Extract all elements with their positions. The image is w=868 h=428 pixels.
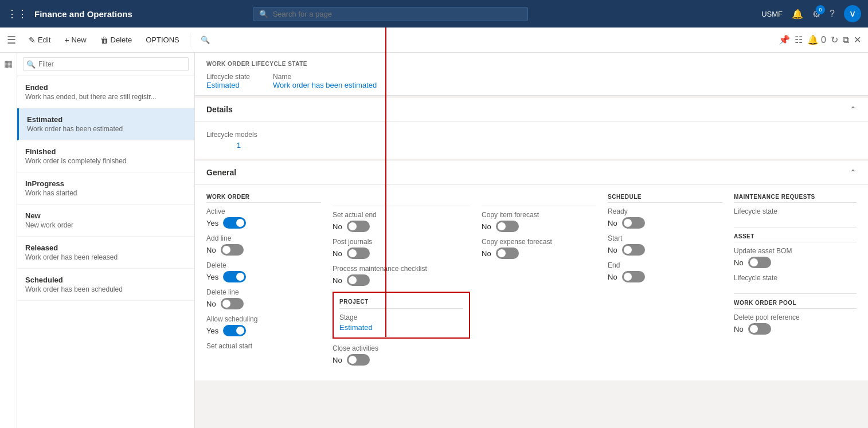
- left-panel-list: 🔍 Ended Work has ended, but there are st…: [17, 53, 195, 428]
- schedule-ready-toggle[interactable]: [622, 217, 645, 229]
- close-activities-field: Close activities No: [333, 344, 470, 366]
- maintenance-column: MAINTENANCE REQUESTS Lifecycle state ASS…: [734, 194, 857, 371]
- toolbar-badge: 0: [821, 35, 826, 45]
- filter-search-icon: 🔍: [26, 60, 36, 69]
- post-journals-toggle[interactable]: [347, 248, 370, 259]
- chevron-up-icon-general: ⌃: [850, 168, 857, 177]
- process-maintenance-toggle[interactable]: [347, 274, 370, 286]
- set-actual-start-field: Set actual start: [206, 342, 321, 350]
- list-item-scheduled[interactable]: Scheduled Work order has been scheduled: [17, 269, 194, 301]
- lifecycle-state-field: Lifecycle state Estimated: [206, 73, 250, 89]
- middle-column: Set actual end No Post journals No: [333, 194, 470, 371]
- pin-icon[interactable]: 📌: [779, 34, 790, 45]
- copy-expense-forecast-toggle[interactable]: [496, 248, 519, 259]
- chevron-up-icon: ⌃: [850, 105, 857, 114]
- allow-scheduling-toggle[interactable]: [223, 325, 246, 336]
- list-item-estimated[interactable]: Estimated Work order has been estimated: [17, 108, 194, 140]
- hamburger-icon[interactable]: ☰: [7, 34, 16, 46]
- delete-field: Delete Yes: [206, 261, 321, 282]
- search-button-toolbar[interactable]: 🔍: [195, 33, 216, 46]
- name-field: Name Work order has been estimated: [273, 73, 377, 89]
- right-panel: WORK ORDER LIFECYCLE STATE Lifecycle sta…: [195, 53, 868, 428]
- options-button[interactable]: OPTIONS: [140, 33, 185, 46]
- global-search-bar[interactable]: 🔍: [253, 7, 528, 21]
- schedule-ready-field: Ready No: [608, 207, 722, 229]
- edit-button[interactable]: ✎ Edit: [23, 33, 56, 47]
- search-icon: 🔍: [259, 10, 268, 18]
- details-section-header[interactable]: Details ⌃: [195, 98, 868, 121]
- allow-scheduling-field: Allow scheduling Yes: [206, 315, 321, 336]
- delete-button[interactable]: 🗑 Delete: [95, 33, 138, 47]
- asset-lifecycle-field: Lifecycle state: [734, 274, 857, 294]
- search-input[interactable]: [273, 10, 522, 18]
- schedule-end-toggle[interactable]: [622, 271, 645, 282]
- copy-column: Copy item forecast No Copy expense forec…: [482, 194, 596, 371]
- copy-item-forecast-field: Copy item forecast No: [482, 211, 596, 232]
- list-item-new[interactable]: New New work order: [17, 205, 194, 237]
- active-field: Active Yes: [206, 207, 321, 229]
- office-apps-icon[interactable]: ⚙ 0: [812, 9, 820, 19]
- toolbar-separator: [190, 33, 190, 47]
- work-order-column: WORK ORDER Active Yes Add line No: [206, 194, 321, 371]
- delete-line-field: Delete line No: [206, 288, 321, 309]
- add-line-toggle[interactable]: [221, 244, 244, 256]
- general-section-content: WORK ORDER Active Yes Add line No: [195, 184, 868, 380]
- filter-icon[interactable]: ▦: [4, 58, 13, 69]
- copy-expense-forecast-field: Copy expense forecast No: [482, 238, 596, 259]
- list-item-finished[interactable]: Finished Work order is completely finish…: [17, 140, 194, 172]
- record-section-label: WORK ORDER LIFECYCLE STATE: [206, 61, 857, 67]
- filter-input-wrap: 🔍: [17, 53, 194, 76]
- schedule-start-toggle[interactable]: [622, 244, 645, 256]
- delete-line-toggle[interactable]: [221, 298, 244, 309]
- set-actual-end-toggle[interactable]: [347, 221, 370, 232]
- filter-input[interactable]: [23, 57, 189, 71]
- toolbar-right-icons: 📌 ☷ 🔔 0 ↻ ⧉ ✕: [779, 34, 861, 45]
- main-layout: ▦ 🔍 Ended Work has ended, but there are …: [0, 53, 868, 428]
- close-activities-toggle[interactable]: [347, 354, 370, 366]
- details-section: Details ⌃ Lifecycle models 1: [195, 98, 868, 159]
- general-section-header[interactable]: General ⌃: [195, 161, 868, 184]
- post-journals-field: Post journals No: [333, 238, 470, 259]
- delete-pool-ref-field: Delete pool reference No: [734, 313, 857, 335]
- top-nav-right-icons: USMF 🔔 ⚙ 0 ? V: [761, 5, 861, 22]
- general-section: General ⌃ WORK ORDER Active Yes: [195, 161, 868, 380]
- filter-sidebar: ▦: [0, 53, 17, 428]
- notifications-toolbar-icon[interactable]: 🔔 0: [807, 34, 826, 45]
- help-icon[interactable]: ?: [830, 9, 835, 19]
- grid-menu-icon[interactable]: ⋮⋮: [7, 7, 28, 20]
- record-fields-row: Lifecycle state Estimated Name Work orde…: [206, 73, 857, 89]
- delete-toggle[interactable]: [223, 271, 246, 282]
- schedule-column: SCHEDULE Ready No Start No: [608, 194, 722, 371]
- active-toggle[interactable]: [223, 217, 246, 229]
- maintenance-lifecycle-field: Lifecycle state: [734, 207, 857, 227]
- notification-badge: 0: [816, 5, 825, 14]
- project-box: PROJECT Stage Estimated: [333, 292, 470, 339]
- delete-pool-ref-toggle[interactable]: [748, 323, 771, 335]
- close-icon[interactable]: ✕: [854, 34, 861, 45]
- search-icon-toolbar: 🔍: [201, 36, 210, 44]
- office-integration-icon[interactable]: ☷: [795, 34, 803, 45]
- bell-icon[interactable]: 🔔: [792, 9, 803, 19]
- company-selector[interactable]: USMF: [761, 10, 783, 18]
- app-title: Finance and Operations: [34, 9, 132, 19]
- schedule-start-field: Start No: [608, 234, 722, 256]
- update-asset-bom-field: Update asset BOM No: [734, 247, 857, 268]
- add-line-field: Add line No: [206, 234, 321, 256]
- edit-icon: ✎: [29, 36, 36, 45]
- avatar[interactable]: V: [844, 5, 861, 22]
- refresh-icon[interactable]: ↻: [831, 34, 838, 45]
- copy-item-forecast-toggle[interactable]: [496, 221, 519, 232]
- top-navigation-bar: ⋮⋮ Finance and Operations 🔍 USMF 🔔 ⚙ 0 ?…: [0, 0, 868, 28]
- open-in-new-icon[interactable]: ⧉: [843, 35, 849, 45]
- list-item[interactable]: Ended Work has ended, but there are stil…: [17, 76, 194, 108]
- trash-icon: 🗑: [100, 36, 108, 45]
- record-header: WORK ORDER LIFECYCLE STATE Lifecycle sta…: [195, 53, 868, 96]
- set-actual-end-field: Set actual end No: [333, 211, 470, 232]
- list-item-released[interactable]: Released Work order has been released: [17, 237, 194, 269]
- process-maintenance-field: Process maintenance checklist No: [333, 265, 470, 286]
- update-asset-bom-toggle[interactable]: [748, 257, 771, 268]
- lifecycle-models-field: Lifecycle models 1: [206, 131, 857, 150]
- new-button[interactable]: + New: [58, 33, 92, 47]
- list-item-inprogress[interactable]: InProgress Work has started: [17, 172, 194, 205]
- schedule-end-field: End No: [608, 261, 722, 282]
